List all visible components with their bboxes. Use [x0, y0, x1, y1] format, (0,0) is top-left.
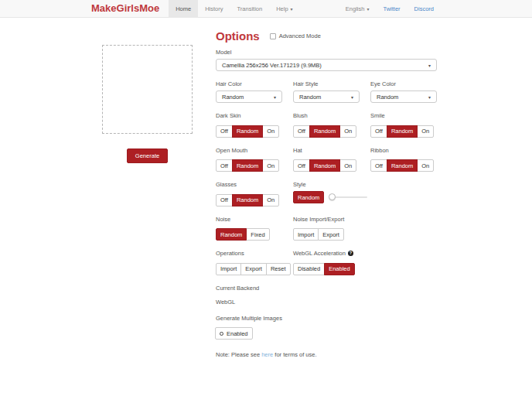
operations-row: Operations Import Export Reset WebGL Acc…: [216, 250, 437, 275]
noise-fixed-button[interactable]: Fixed: [246, 228, 269, 241]
blush-random-button[interactable]: Random: [309, 125, 340, 138]
glasses-field: Glasses Off Random On: [216, 181, 293, 207]
nav-link-twitter[interactable]: Twitter: [376, 0, 407, 18]
note-suffix: for terms of use.: [273, 351, 316, 358]
webgl-acceleration-label: WebGL Acceleration: [293, 250, 346, 257]
hat-field: Hat Off Random On: [293, 147, 370, 172]
operations-button-group: Import Export Reset: [216, 263, 291, 275]
nav-item-home[interactable]: Home: [169, 0, 198, 18]
model-label: Model: [216, 49, 437, 56]
hair-style-value: Random: [299, 94, 321, 101]
hair-color-label: Hair Color: [216, 80, 293, 87]
noise-random-button[interactable]: Random: [216, 228, 247, 241]
operations-field: Operations Import Export Reset: [216, 250, 293, 275]
open-mouth-label: Open Mouth: [216, 147, 293, 154]
dark-skin-label: Dark Skin: [216, 112, 293, 119]
noise-export-button[interactable]: Export: [318, 228, 344, 241]
language-dropdown[interactable]: English▾: [339, 0, 377, 18]
hat-label: Hat: [293, 147, 370, 154]
style-slider-handle[interactable]: [329, 193, 336, 200]
noise-io-label: Noise Import/Export: [293, 216, 370, 223]
style-slider[interactable]: [329, 191, 367, 203]
chevron-down-icon: ▾: [291, 7, 293, 12]
generate-multiple-button-label: Enabled: [227, 330, 248, 337]
current-backend-label: Current Backend: [216, 285, 437, 292]
smile-toggle-group: Off Random On: [370, 125, 434, 138]
ribbon-label: Ribbon: [370, 147, 448, 154]
hair-style-select[interactable]: Random ▾: [293, 90, 360, 103]
eye-color-select[interactable]: Random ▾: [370, 90, 437, 103]
dark-skin-on-button[interactable]: On: [262, 125, 279, 138]
options-header: Options Advanced Mode: [216, 29, 437, 43]
dark-skin-toggle-group: Off Random On: [216, 125, 279, 138]
language-label: English: [346, 5, 365, 12]
style-random-button[interactable]: Random: [293, 191, 324, 203]
generator-panel: Generate: [102, 45, 193, 358]
operations-reset-button[interactable]: Reset: [266, 263, 291, 275]
open-mouth-off-button[interactable]: Off: [216, 159, 233, 172]
smile-on-button[interactable]: On: [417, 125, 434, 138]
chevron-down-icon: ▾: [367, 7, 369, 12]
dark-skin-field: Dark Skin Off Random On: [216, 112, 293, 138]
terms-link[interactable]: here: [261, 351, 273, 358]
main-content: Generate Options Advanced Mode Model Cam…: [91, 29, 441, 358]
eye-color-field: Eye Color Random ▾: [370, 80, 448, 103]
glasses-label: Glasses: [216, 181, 293, 188]
glasses-random-button[interactable]: Random: [232, 194, 263, 207]
style-slider-track[interactable]: [332, 196, 367, 198]
ribbon-random-button[interactable]: Random: [387, 159, 418, 172]
chevron-down-icon: ▾: [428, 94, 431, 100]
open-mouth-on-button[interactable]: On: [262, 159, 279, 172]
hair-color-value: Random: [222, 94, 244, 101]
blush-label: Blush: [293, 112, 370, 119]
hair-style-field: Hair Style Random ▾: [293, 80, 370, 103]
options-panel: Options Advanced Mode Model Camellia 256…: [216, 29, 437, 358]
toggle-row-3: Glasses Off Random On Style Random: [216, 181, 437, 207]
ribbon-on-button[interactable]: On: [417, 159, 434, 172]
current-backend-section: Current Backend WebGL: [216, 285, 437, 306]
hat-off-button[interactable]: Off: [293, 159, 310, 172]
advanced-mode-toggle[interactable]: Advanced Mode: [270, 32, 321, 39]
page-title: Options: [216, 29, 260, 43]
nav-item-history[interactable]: History: [198, 0, 230, 18]
question-circle-icon[interactable]: ?: [348, 251, 353, 256]
nav-item-help-label: Help: [276, 5, 288, 12]
open-mouth-toggle-group: Off Random On: [216, 159, 279, 172]
glasses-off-button[interactable]: Off: [216, 194, 233, 207]
ribbon-off-button[interactable]: Off: [370, 159, 387, 172]
generate-button[interactable]: Generate: [127, 148, 168, 163]
image-placeholder: [102, 45, 193, 134]
generate-multiple-enabled-button[interactable]: Enabled: [215, 327, 253, 340]
chevron-down-icon: ▾: [274, 94, 276, 100]
nav-link-discord[interactable]: Discord: [408, 0, 441, 18]
operations-export-button[interactable]: Export: [240, 263, 267, 275]
nav-item-help[interactable]: Help▾: [269, 0, 299, 18]
smile-random-button[interactable]: Random: [387, 125, 418, 138]
blush-off-button[interactable]: Off: [293, 125, 310, 138]
open-mouth-field: Open Mouth Off Random On: [216, 147, 293, 172]
model-select[interactable]: Camellia 256x256 Ver.171219 (9.9MB) ▾: [216, 59, 437, 71]
nav-item-transition[interactable]: Transition: [230, 0, 270, 18]
brand-logo[interactable]: MakeGirlsMoe: [91, 0, 159, 18]
noise-import-button[interactable]: Import: [293, 228, 319, 241]
advanced-mode-checkbox[interactable]: [270, 33, 276, 39]
hat-random-button[interactable]: Random: [309, 159, 340, 172]
open-mouth-random-button[interactable]: Random: [232, 159, 263, 172]
smile-off-button[interactable]: Off: [370, 125, 387, 138]
dark-skin-random-button[interactable]: Random: [232, 125, 263, 138]
operations-import-button[interactable]: Import: [216, 263, 241, 275]
hair-color-select[interactable]: Random ▾: [216, 90, 282, 103]
glasses-on-button[interactable]: On: [262, 194, 279, 207]
webgl-disabled-button[interactable]: Disabled: [293, 263, 325, 275]
webgl-acceleration-label-row: WebGL Acceleration ?: [293, 250, 370, 257]
webgl-enabled-button[interactable]: Enabled: [324, 263, 355, 275]
operations-label: Operations: [216, 250, 293, 257]
ribbon-toggle-group: Off Random On: [370, 159, 434, 172]
hat-toggle-group: Off Random On: [293, 159, 356, 172]
ribbon-field: Ribbon Off Random On: [370, 147, 448, 172]
dark-skin-off-button[interactable]: Off: [216, 125, 233, 138]
noise-field: Noise Random Fixed: [216, 216, 293, 241]
blush-on-button[interactable]: On: [339, 125, 356, 138]
hair-style-label: Hair Style: [293, 80, 370, 87]
hat-on-button[interactable]: On: [339, 159, 356, 172]
